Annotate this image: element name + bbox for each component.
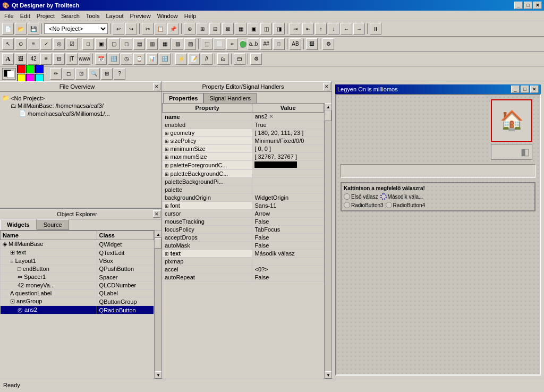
- close-button[interactable]: ✕: [533, 2, 542, 9]
- tb-r3-9[interactable]: 🔢: [108, 53, 120, 65]
- prop-value-8[interactable]: [252, 178, 324, 186]
- tb-r2-7[interactable]: □: [82, 38, 94, 50]
- open-button[interactable]: 📂: [15, 23, 27, 35]
- tb-r2-10[interactable]: ◻: [121, 38, 132, 50]
- tab-widgets[interactable]: Widgets: [0, 219, 37, 230]
- menu-preview[interactable]: Preview: [127, 12, 154, 20]
- scroll-down-btn[interactable]: ▼: [155, 371, 162, 379]
- prop-value-15[interactable]: False: [252, 234, 324, 242]
- prop-value-1[interactable]: True: [252, 121, 324, 129]
- prop-value-11[interactable]: Sans-11: [252, 202, 324, 210]
- prop-scroll-track[interactable]: [325, 110, 332, 371]
- tb18[interactable]: ↓: [328, 23, 339, 35]
- prop-value-6[interactable]: [252, 161, 324, 170]
- obj-row-class-5[interactable]: QLCDNumber: [97, 282, 154, 289]
- tb-r2-20[interactable]: a..b: [248, 38, 259, 50]
- prop-vscrollbar[interactable]: ▲ ▼: [324, 103, 332, 379]
- prop-value-13[interactable]: False: [252, 218, 324, 226]
- radio-3[interactable]: [344, 202, 350, 208]
- tb-r2-16[interactable]: ⬚: [201, 38, 212, 50]
- tb21[interactable]: ⏸: [370, 23, 381, 35]
- tb-r3-13[interactable]: 🔡: [159, 53, 171, 65]
- scroll-up-btn[interactable]: ▲: [155, 231, 162, 238]
- tb16[interactable]: ⇤: [302, 23, 314, 35]
- tab-signal-handlers[interactable]: Signal Handlers: [203, 93, 257, 103]
- menu-search[interactable]: Search: [58, 12, 83, 20]
- prop-value-7[interactable]: [252, 170, 324, 178]
- help-pointer[interactable]: ?: [114, 68, 125, 80]
- tb-r2-19[interactable]: [239, 40, 246, 48]
- obj-row-name-4[interactable]: ⇔ Spacer1: [1, 273, 97, 282]
- tb-r2-17[interactable]: ⬜: [214, 38, 225, 50]
- prop-value-12[interactable]: Arrow: [252, 210, 324, 218]
- swatch-blue[interactable]: [35, 65, 44, 73]
- obj-row-name-5[interactable]: 42 moneyVa...: [1, 282, 97, 289]
- obj-row-class-2[interactable]: VBox: [97, 257, 154, 265]
- obj-row-class-6[interactable]: QLabel: [97, 289, 154, 297]
- menu-help[interactable]: Help: [181, 12, 200, 20]
- tb-r3-16[interactable]: //: [201, 53, 212, 65]
- tb-r2-18[interactable]: ≈: [226, 38, 238, 50]
- undo-button[interactable]: ↩: [113, 23, 124, 35]
- prop-value-17[interactable]: Második válasz: [252, 250, 324, 258]
- swatch-red[interactable]: [17, 65, 26, 73]
- obj-row-class-0[interactable]: QWidget: [97, 240, 154, 249]
- prop-value-14[interactable]: TabFocus: [252, 226, 324, 234]
- tb-r2-6[interactable]: ☑: [66, 38, 78, 50]
- obj-row-name-6[interactable]: A questionLabel: [1, 289, 97, 297]
- prop-scroll-thumb[interactable]: [325, 110, 332, 121]
- preview-minimize[interactable]: _: [511, 86, 520, 93]
- prop-value-19[interactable]: <0?>: [252, 266, 324, 274]
- copy-button[interactable]: 📋: [155, 23, 166, 35]
- obj-row-class-3[interactable]: QPushButton: [97, 265, 154, 273]
- tb-r3-3[interactable]: 42: [28, 53, 39, 65]
- prop-value-2[interactable]: [ 180, 20, 111, 23 ]: [252, 129, 324, 137]
- obj-row-class-8[interactable]: QRadioButton: [97, 306, 154, 314]
- menu-edit[interactable]: Edit: [17, 12, 33, 20]
- tb-r2-14[interactable]: ▧: [172, 38, 183, 50]
- color-selector[interactable]: [2, 68, 16, 80]
- preview-close[interactable]: ✕: [530, 86, 539, 93]
- preview-small-box[interactable]: ◧: [491, 144, 532, 160]
- tree-home-path[interactable]: 📄 /home/nacsa/eaf3/Milliomos1/...: [2, 109, 159, 117]
- tb-r3-18[interactable]: 🗃: [234, 53, 245, 65]
- tb9[interactable]: ⊟: [209, 23, 221, 35]
- tab-source[interactable]: Source: [37, 219, 69, 230]
- tb12[interactable]: ▣: [248, 23, 259, 35]
- project-dropdown[interactable]: <No Project>: [44, 23, 108, 34]
- tb8[interactable]: ⊞: [197, 23, 208, 35]
- save-button[interactable]: 💾: [28, 23, 39, 35]
- tb-r2-12[interactable]: ▥: [146, 38, 158, 50]
- menu-window[interactable]: Window: [154, 12, 181, 20]
- tb-r2-8[interactable]: ▣: [95, 38, 107, 50]
- cut-button[interactable]: ✂: [142, 23, 154, 35]
- redo-button[interactable]: ↪: [125, 23, 137, 35]
- obj-row-class-7[interactable]: QButtonGroup: [97, 297, 154, 306]
- tb-r2-4[interactable]: ✓: [40, 38, 52, 50]
- preview-image-widget[interactable]: 🏠: [491, 99, 532, 142]
- obj-row-class-4[interactable]: Spacer: [97, 273, 154, 282]
- tb-r2-23[interactable]: AB: [290, 38, 301, 50]
- tb7[interactable]: ⊕: [184, 23, 196, 35]
- tb17[interactable]: ↑: [315, 23, 327, 35]
- scroll-thumb[interactable]: [155, 238, 162, 249]
- object-explorer-close[interactable]: ✕: [153, 210, 160, 218]
- grid-tool[interactable]: ⊞: [101, 68, 113, 80]
- tb-r3-2[interactable]: 🖼: [15, 53, 27, 65]
- menu-tools[interactable]: Tools: [83, 12, 103, 20]
- tb11[interactable]: ▦: [235, 23, 246, 35]
- scroll-track[interactable]: [155, 238, 162, 371]
- tab-properties[interactable]: Properties: [163, 93, 203, 103]
- tb20[interactable]: →: [353, 23, 365, 35]
- menu-file[interactable]: File: [1, 12, 17, 20]
- tb-r3-17[interactable]: 🗂: [217, 53, 229, 65]
- prop-value-3[interactable]: Minimum/Fixed/0/0: [252, 137, 324, 145]
- tb-r3-4[interactable]: ≡: [40, 53, 52, 65]
- tb-r2-22[interactable]: ⌷: [273, 38, 285, 50]
- preview-maximize[interactable]: □: [521, 86, 529, 93]
- tb10[interactable]: ⊠: [222, 23, 234, 35]
- eraser-tool[interactable]: ◻: [63, 68, 74, 80]
- prop-value-18[interactable]: [252, 258, 324, 266]
- tree-mill-main[interactable]: 🗂 MillMainBase: /home/nacsa/eaf3/: [2, 102, 159, 109]
- prop-value-20[interactable]: False: [252, 274, 324, 282]
